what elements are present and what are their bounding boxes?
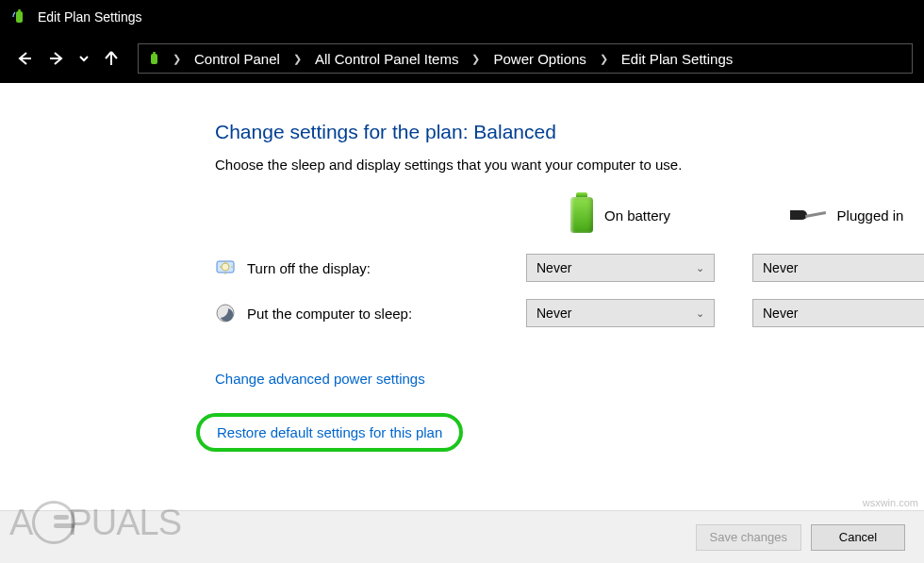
restore-defaults-link[interactable]: Restore default settings for this plan	[217, 424, 442, 440]
page-heading: Change settings for the plan: Balanced	[215, 121, 867, 143]
row-label-display: Turn off the display:	[247, 260, 371, 276]
select-value: Never	[536, 260, 571, 275]
column-header-battery: On battery	[526, 193, 715, 237]
select-value: Never	[763, 260, 798, 275]
breadcrumb-edit-plan[interactable]: Edit Plan Settings	[618, 49, 736, 69]
recent-locations-button[interactable]	[75, 45, 92, 72]
save-button[interactable]: Save changes	[696, 524, 801, 551]
chevron-right-icon: ❯	[293, 53, 302, 65]
chevron-down-icon: ⌄	[696, 307, 704, 320]
chevron-right-icon: ❯	[600, 53, 608, 65]
svg-rect-1	[18, 9, 21, 11]
sleep-plugged-select[interactable]: Never ⌄	[752, 299, 924, 327]
row-display: Turn off the display:	[215, 257, 488, 278]
display-icon	[215, 257, 236, 278]
address-icon	[146, 50, 163, 67]
links-section: Change advanced power settings Restore d…	[215, 371, 867, 452]
sleep-battery-select[interactable]: Never ⌄	[526, 299, 715, 327]
titlebar: Edit Plan Settings	[0, 0, 924, 34]
highlight-annotation: Restore default settings for this plan	[196, 413, 463, 452]
breadcrumb-control-panel[interactable]: Control Panel	[190, 49, 284, 69]
row-sleep: Put the computer to sleep:	[215, 303, 488, 323]
row-label-sleep: Put the computer to sleep:	[247, 306, 412, 322]
column-label-battery: On battery	[604, 207, 670, 224]
battery-icon	[570, 197, 593, 233]
app-icon	[11, 8, 28, 25]
watermark-url: wsxwin.com	[863, 497, 918, 508]
content-area: Change settings for the plan: Balanced C…	[0, 83, 924, 452]
up-button[interactable]	[98, 45, 124, 72]
window-title: Edit Plan Settings	[38, 9, 142, 25]
display-plugged-select[interactable]: Never ⌄	[752, 254, 924, 282]
select-value: Never	[763, 306, 798, 321]
sleep-icon	[215, 303, 236, 323]
chevron-down-icon: ⌄	[696, 262, 704, 274]
column-label-plugged: Plugged in	[837, 207, 904, 224]
breadcrumb-power-options[interactable]: Power Options	[489, 49, 589, 69]
select-value: Never	[536, 306, 571, 321]
svg-rect-2	[151, 54, 157, 64]
column-header-plugged: Plugged in	[752, 193, 924, 237]
chevron-right-icon: ❯	[471, 53, 480, 65]
page-subtext: Choose the sleep and display settings th…	[215, 157, 867, 173]
display-battery-select[interactable]: Never ⌄	[526, 254, 715, 282]
watermark-brand: A PUALS	[9, 501, 181, 544]
advanced-settings-link[interactable]: Change advanced power settings	[215, 371, 425, 387]
chevron-right-icon: ❯	[173, 53, 181, 65]
svg-rect-3	[153, 52, 156, 54]
svg-rect-0	[16, 11, 23, 23]
address-bar[interactable]: ❯ Control Panel ❯ All Control Panel Item…	[138, 43, 913, 74]
cancel-button[interactable]: Cancel	[811, 524, 905, 551]
svg-point-5	[222, 263, 229, 271]
navbar: ❯ Control Panel ❯ All Control Panel Item…	[0, 34, 924, 83]
breadcrumb-all-items[interactable]: All Control Panel Items	[311, 49, 463, 69]
back-button[interactable]	[11, 45, 38, 72]
plug-icon	[790, 207, 826, 223]
forward-button[interactable]	[43, 45, 70, 72]
settings-grid: On battery Plugged in Turn off the displ…	[215, 193, 867, 327]
